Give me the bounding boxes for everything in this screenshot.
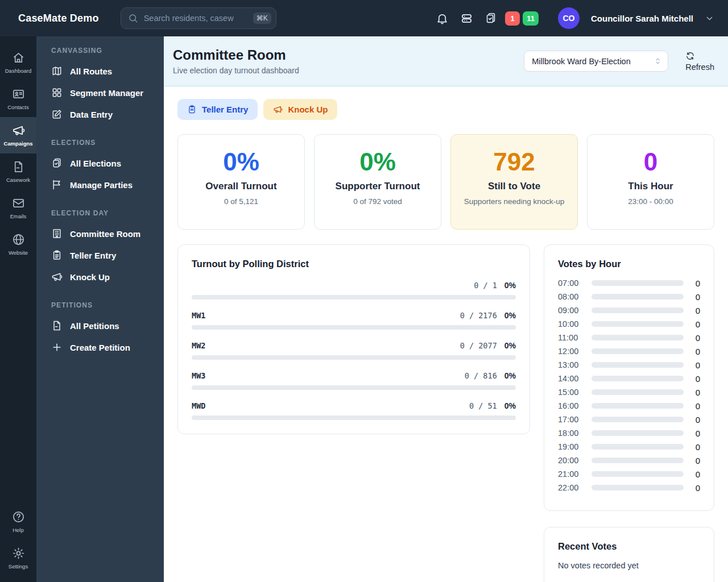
hour-label: 15:00 (558, 388, 585, 397)
alert-count-badge[interactable]: 1 (505, 11, 520, 26)
stat-card-supporter-turnout: 0% Supporter Turnout 0 of 792 voted (314, 134, 441, 230)
topbar: CaseMate Demo ⌘K 1 11 CO Councillor Sara… (0, 0, 728, 36)
hour-label: 12:00 (558, 347, 585, 356)
section-title: ELECTIONS (51, 139, 155, 147)
user-avatar[interactable]: CO (558, 7, 580, 29)
sidebar-item-segment-manager[interactable]: Segment Manager (51, 82, 155, 103)
sidebar-item-all-petitions[interactable]: All Petitions (51, 315, 155, 336)
search-input[interactable] (143, 13, 249, 23)
hour-label: 19:00 (558, 442, 585, 451)
panels-row: Turnout by Polling District 0 / 10% MW10… (177, 244, 714, 582)
sidebar-item-all-elections[interactable]: All Elections (51, 152, 155, 174)
rail-item-website[interactable]: Website (0, 226, 36, 263)
hour-label: 11:00 (558, 333, 585, 342)
hour-row: 12:000 (558, 344, 700, 358)
megaphone-icon (12, 124, 25, 137)
user-menu-button[interactable] (705, 14, 714, 23)
tasks-button[interactable] (485, 12, 497, 24)
progress-bar (192, 325, 516, 330)
rail-item-dashboard[interactable]: Dashboard (0, 44, 36, 81)
rail-item-campaigns[interactable]: Campaigns (0, 117, 36, 153)
stat-value: 0 (595, 149, 706, 174)
count-badges: 1 11 (505, 11, 539, 26)
megaphone-icon (273, 105, 283, 114)
app-logo[interactable]: CaseMate Demo (18, 13, 99, 24)
system-status-button[interactable] (460, 12, 473, 25)
page-heading-group: Committee Room Live election day turnout… (173, 47, 299, 75)
hour-value: 0 (693, 319, 700, 329)
rail-item-contacts[interactable]: Contacts (0, 81, 36, 117)
home-icon (12, 51, 25, 64)
notifications-button[interactable] (436, 12, 449, 25)
hour-label: 13:00 (558, 360, 585, 369)
sidebar-item-teller-entry[interactable]: Teller Entry (51, 244, 155, 266)
hour-row: 16:000 (558, 399, 700, 413)
chevron-down-icon (705, 14, 714, 23)
hour-label: 20:00 (558, 456, 585, 465)
sidebar-section-canvassing: CANVASSING All Routes Segment Manager Da… (51, 47, 155, 125)
clipboard-check-icon (51, 157, 63, 169)
hour-label: 17:00 (558, 415, 585, 424)
progress-bar (192, 295, 516, 300)
hour-value: 0 (693, 456, 700, 465)
grid-icon (51, 87, 63, 98)
hour-bar (592, 335, 684, 340)
knock-up-button[interactable]: Knock Up (263, 99, 337, 120)
success-count-badge[interactable]: 11 (523, 11, 539, 26)
flag-icon (51, 179, 63, 190)
teller-entry-button[interactable]: Teller Entry (177, 99, 258, 120)
hour-row: 17:000 (558, 413, 700, 426)
document-icon (12, 160, 25, 173)
stat-card-this-hour: 0 This Hour 23:00 - 00:00 (587, 134, 714, 230)
rail-item-casework[interactable]: Casework (0, 153, 36, 190)
map-icon (51, 65, 63, 77)
building-icon (51, 228, 63, 239)
election-select[interactable]: Millbrook Ward By-Election (524, 51, 668, 72)
hour-label: 16:00 (558, 401, 585, 410)
sidebar-item-committee-room[interactable]: Committee Room (51, 223, 155, 244)
stat-label: Supporter Turnout (322, 181, 433, 192)
page-subtitle: Live election day turnout dashboard (173, 66, 299, 75)
app-window: CaseMate Demo ⌘K 1 11 CO Councillor Sara… (0, 0, 728, 582)
refresh-button[interactable]: Refresh (685, 51, 714, 72)
hour-row: 19:000 (558, 440, 700, 454)
stat-label: Still to Vote (459, 181, 569, 192)
district-count: 0 / 2176 (460, 311, 497, 320)
hour-bar (592, 444, 684, 450)
hour-value: 0 (693, 388, 700, 397)
district-count: 0 / 2077 (460, 341, 497, 350)
sidebar-item-manage-parties[interactable]: Manage Parties (51, 174, 155, 196)
rail-item-help[interactable]: Help (0, 504, 36, 540)
search-box[interactable]: ⌘K (121, 7, 276, 29)
main-area: Committee Room Live election day turnout… (164, 36, 728, 582)
stat-value: 0% (186, 149, 296, 174)
hour-bar (592, 280, 684, 286)
rail-item-emails[interactable]: Emails (0, 190, 36, 226)
hour-row: 14:000 (558, 372, 700, 385)
hour-value: 0 (693, 483, 700, 493)
sidebar-item-create-petition[interactable]: Create Petition (51, 336, 155, 358)
rail-item-settings[interactable]: Settings (0, 540, 36, 576)
hour-row: 11:000 (558, 331, 700, 344)
election-select-value: Millbrook Ward By-Election (532, 57, 631, 66)
plus-icon (51, 342, 63, 353)
envelope-icon (12, 197, 25, 210)
hour-bar (592, 376, 684, 381)
clipboard-list-icon (51, 250, 63, 261)
sidebar-item-knock-up[interactable]: Knock Up (51, 266, 155, 288)
search-icon (128, 13, 138, 23)
hour-row: 08:000 (558, 290, 700, 304)
panel-title: Votes by Hour (558, 259, 700, 269)
hour-bar (592, 362, 684, 368)
hour-row: 07:000 (558, 276, 700, 290)
quick-actions: Teller Entry Knock Up (177, 99, 714, 120)
sidebar-item-all-routes[interactable]: All Routes (51, 60, 155, 82)
hour-bar (592, 389, 684, 395)
hour-row: 15:000 (558, 385, 700, 399)
rail-spacer (0, 263, 36, 504)
topbar-right: 1 11 CO Councillor Sarah Mitchell (436, 7, 714, 29)
hour-row: 18:000 (558, 426, 700, 440)
sidebar-section-election-day: ELECTION DAY Committee Room Teller Entry… (51, 209, 155, 288)
sidebar-item-data-entry[interactable]: Data Entry (51, 103, 155, 125)
hour-value: 0 (693, 333, 700, 343)
